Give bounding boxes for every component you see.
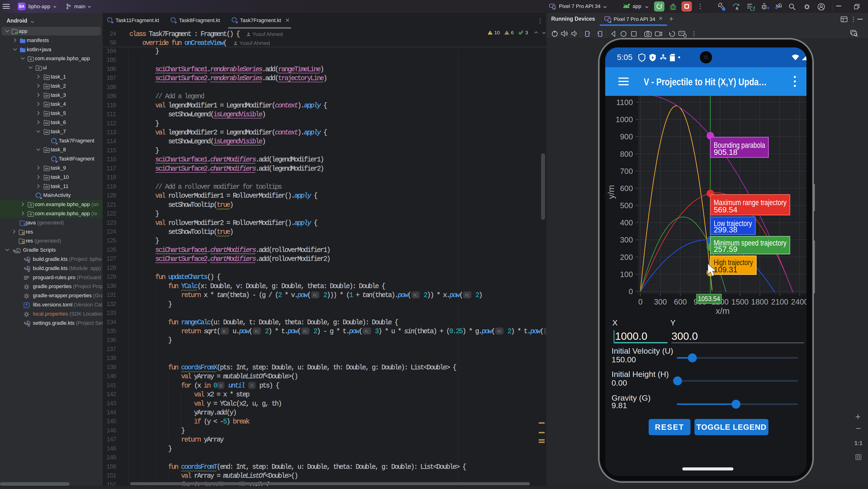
svg-text:600: 600: [674, 297, 687, 306]
svg-text:A: A: [736, 6, 738, 11]
svg-text:569.54: 569.54: [714, 205, 737, 214]
svg-text:y/m: y/m: [607, 185, 616, 199]
svg-text:900: 900: [620, 132, 633, 141]
svg-text:500: 500: [620, 201, 633, 210]
svg-text:800: 800: [620, 150, 633, 159]
svg-text:1000: 1000: [616, 115, 633, 124]
svg-text:200: 200: [620, 253, 633, 262]
svg-text:257.59: 257.59: [714, 245, 737, 254]
svg-text:1500: 1500: [731, 297, 748, 306]
svg-text:100: 100: [620, 270, 633, 279]
svg-text:700: 700: [620, 167, 633, 175]
svg-text:0: 0: [629, 287, 633, 296]
svg-text:300: 300: [654, 297, 667, 306]
svg-text:x/m: x/m: [716, 306, 730, 316]
svg-text:400: 400: [620, 218, 633, 227]
svg-text:905.18: 905.18: [714, 148, 737, 156]
svg-text:1800: 1800: [751, 297, 768, 306]
svg-text:1100: 1100: [616, 98, 633, 107]
svg-text:300: 300: [620, 235, 633, 244]
svg-text:600: 600: [620, 184, 633, 193]
svg-text:109.31: 109.31: [714, 265, 737, 274]
svg-text:1053.54: 1053.54: [698, 295, 720, 303]
svg-text:299.38: 299.38: [714, 225, 737, 234]
svg-text:2100: 2100: [771, 297, 788, 306]
svg-text:0: 0: [638, 297, 643, 306]
svg-text:2400: 2400: [791, 297, 806, 306]
